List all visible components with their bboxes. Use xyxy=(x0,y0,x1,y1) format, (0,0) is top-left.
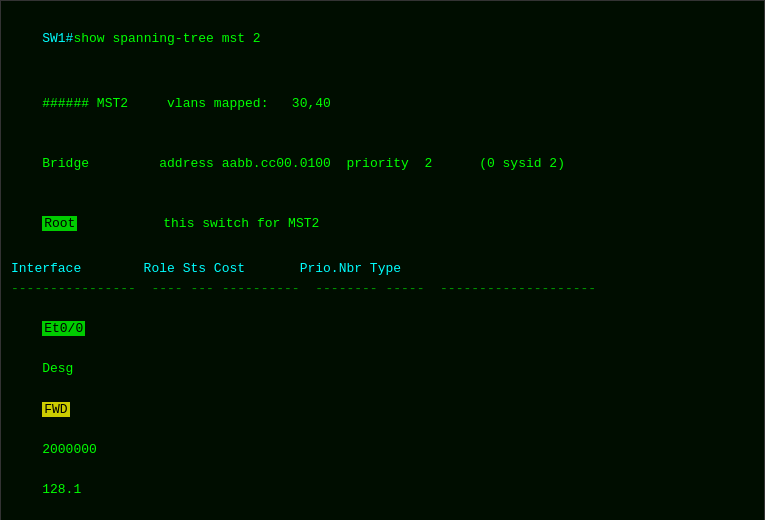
bridge-addr-1: address aabb.cc00.0100 priority 2 (0 sys… xyxy=(89,156,565,171)
bridge-label-1: Bridge xyxy=(42,156,89,171)
iface-cell: Et0/0 xyxy=(42,321,85,336)
prionbr-cell: 128.1 xyxy=(42,482,81,497)
bridge-addr-text-1: address aabb.cc00.0100 priority xyxy=(159,156,409,171)
terminal-panel-1: SW1#show spanning-tree mst 2 ###### MST2… xyxy=(0,0,765,520)
divider-1: ---------------- ---- --- ---------- ---… xyxy=(11,279,754,299)
prompt-line-1: SW1#show spanning-tree mst 2 xyxy=(11,9,754,69)
root-label-1: Root xyxy=(42,216,77,231)
root-line-1: Root this switch for MST2 xyxy=(11,194,754,254)
mst-line-1: ###### MST2 vlans mapped: 30,40 xyxy=(11,73,754,133)
cost-cell: 2000000 xyxy=(42,442,97,457)
root-desc-1: this switch for MST2 xyxy=(77,216,319,231)
iface-header-1: Interface Role Sts Cost Prio.Nbr Type xyxy=(11,259,754,279)
table-row: Et0/0 Desg FWD 2000000 128.1 Shr xyxy=(11,299,754,520)
prompt-1: SW1# xyxy=(42,31,73,46)
row1-spacing xyxy=(42,341,128,356)
bridge-sysid-1: (0 sysid 2) xyxy=(479,156,565,171)
bridge-priority-1: 2 xyxy=(425,156,433,171)
role-cell: Desg xyxy=(42,361,73,376)
command-1: show spanning-tree mst 2 xyxy=(73,31,260,46)
mst-text-1: ###### MST2 vlans mapped: 30,40 xyxy=(42,96,331,111)
sts-cell: FWD xyxy=(42,402,69,417)
bridge-line-1: Bridge address aabb.cc00.0100 priority 2… xyxy=(11,134,754,194)
